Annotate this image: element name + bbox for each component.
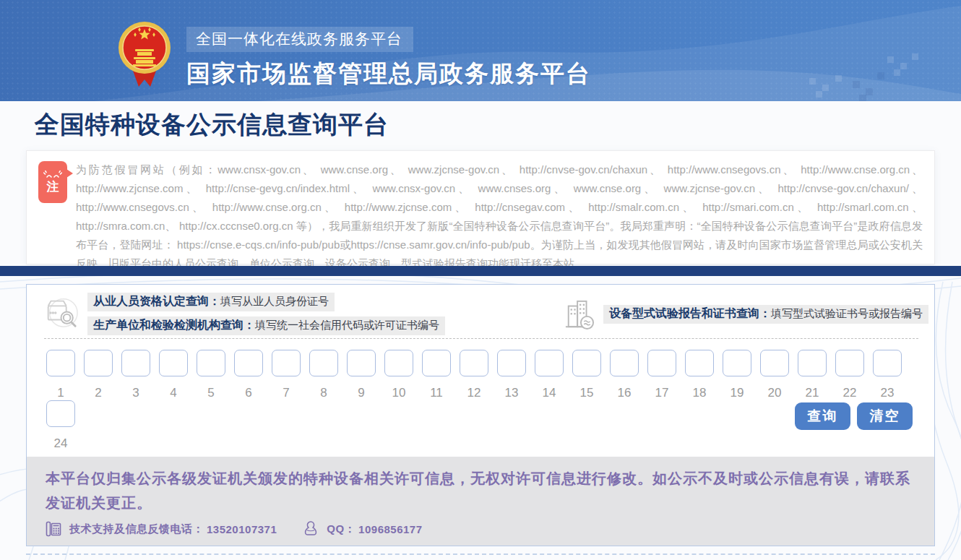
disclaimer-text: 本平台仅归集公示各级发证机关颁发的特种设备相关许可信息，无权对许可信息进行修改。…	[46, 466, 915, 515]
code-cell: 11	[422, 350, 451, 400]
code-input-1[interactable]	[46, 350, 75, 376]
code-cell: 21	[798, 350, 827, 400]
anti-fake-notice-card: 注 为防范假冒网站（例如：www.cnsx-gov.cn、 www.cnse.o…	[26, 150, 935, 264]
device-query-label: 设备型式试验报告和证书查询：	[609, 307, 771, 319]
code-input-23[interactable]	[873, 350, 902, 376]
query-type-left: 从业人员资格认定查询：填写从业人员身份证号 生产单位和检验检测机构查询：填写统一…	[43, 293, 445, 340]
phone-number: 13520107371	[207, 523, 277, 535]
code-input-20[interactable]	[760, 350, 789, 376]
phone-icon	[46, 520, 61, 538]
national-platform-tag: 全国一体化在线政务服务平台	[186, 27, 413, 52]
code-input-15[interactable]	[572, 350, 601, 376]
code-cell: 23	[873, 350, 902, 400]
page-title: 全国特种设备公示信息查询平台	[35, 108, 389, 142]
code-cell: 15	[572, 350, 601, 400]
phone-label: 技术支持及信息反馈电话：	[69, 522, 204, 536]
code-box-number: 2	[84, 386, 113, 400]
code-box-number: 11	[422, 386, 451, 400]
clear-button[interactable]: 清空	[857, 402, 913, 430]
code-box-number: 12	[460, 386, 488, 400]
code-cell: 12	[460, 350, 488, 400]
code-cell: 13	[497, 350, 526, 400]
code-box-number: 18	[685, 386, 714, 400]
code-input-4[interactable]	[159, 350, 188, 376]
code-box-number: 20	[760, 386, 789, 400]
code-input-6[interactable]	[234, 350, 263, 376]
code-box-number: 19	[723, 386, 751, 400]
unit-query-hint: 填写统一社会信用代码或许可证书编号	[255, 319, 439, 331]
qq-label: QQ：	[327, 522, 355, 536]
code-cell: 2	[84, 350, 113, 400]
code-input-12[interactable]	[460, 350, 488, 376]
code-input-2[interactable]	[84, 350, 113, 376]
building-report-icon	[564, 298, 595, 331]
site-header: 全国一体化在线政务服务平台 国家市场监督管理总局政务服务平台	[0, 0, 961, 101]
code-input-11[interactable]	[422, 350, 451, 376]
code-box-number: 6	[234, 386, 263, 400]
bottom-dashed-line	[26, 553, 935, 555]
dashed-divider	[44, 338, 918, 339]
device-query-line: 设备型式试验报告和证书查询：填写型式试验证书号或报告编号	[603, 305, 928, 324]
code-cell: 24	[46, 400, 75, 451]
code-cell: 9	[347, 350, 376, 400]
code-box-row-2: 24	[46, 400, 84, 451]
query-type-left-lines: 从业人员资格认定查询：填写从业人员身份证号 生产单位和检验检测机构查询：填写统一…	[87, 293, 445, 340]
code-cell: 16	[610, 350, 639, 400]
code-box-number: 16	[610, 386, 639, 400]
code-box-number: 15	[572, 386, 601, 400]
qq-group: QQ： 1096856177	[303, 520, 422, 538]
person-query-hint: 填写从业人员身份证号	[220, 295, 329, 307]
code-box-number: 13	[497, 386, 526, 400]
code-input-7[interactable]	[272, 350, 301, 376]
code-cell: 22	[835, 350, 864, 400]
code-box-number: 8	[309, 386, 338, 400]
header-text-block: 全国一体化在线政务服务平台 国家市场监督管理总局政务服务平台	[186, 27, 591, 90]
panel-footer: 本平台仅归集公示各级发证机关颁发的特种设备相关许可信息，无权对许可信息进行修改。…	[27, 457, 934, 546]
code-input-13[interactable]	[497, 350, 526, 376]
code-box-number: 7	[272, 386, 301, 400]
site-title: 国家市场监督管理总局政务服务平台	[186, 58, 591, 90]
code-box-number: 4	[159, 386, 188, 400]
code-cell: 19	[723, 350, 751, 400]
device-query-hint: 填写型式试验证书号或报告编号	[771, 307, 923, 319]
code-input-19[interactable]	[723, 350, 751, 376]
note-badge-label: 注	[47, 180, 59, 194]
person-query-line: 从业人员资格认定查询：填写从业人员身份证号	[87, 293, 335, 311]
query-type-right: 设备型式试验报告和证书查询：填写型式试验证书号或报告编号	[564, 298, 928, 331]
code-input-17[interactable]	[647, 350, 676, 376]
code-cell: 18	[685, 350, 714, 400]
code-cell: 5	[197, 350, 225, 400]
code-box-number: 1	[46, 386, 75, 400]
code-input-18[interactable]	[685, 350, 714, 376]
code-box-number: 10	[384, 386, 413, 400]
code-box-number: 23	[873, 386, 902, 400]
code-input-21[interactable]	[798, 350, 827, 376]
action-buttons: 查询 清空	[795, 402, 913, 430]
code-input-8[interactable]	[309, 350, 338, 376]
code-cell: 17	[647, 350, 676, 400]
code-input-9[interactable]	[347, 350, 376, 376]
page: 全国一体化在线政务服务平台 国家市场监督管理总局政务服务平台 全国特种设备公示信…	[0, 0, 961, 560]
qq-number: 1096856177	[358, 523, 422, 535]
code-input-16[interactable]	[610, 350, 639, 376]
code-cell: 14	[535, 350, 564, 400]
note-face-icon	[43, 170, 62, 180]
code-input-3[interactable]	[121, 350, 150, 376]
search-button[interactable]: 查询	[795, 402, 850, 430]
code-cell: 1	[46, 350, 75, 400]
contact-row: 技术支持及信息反馈电话： 13520107371 QQ： 1096856177	[46, 520, 915, 538]
code-input-10[interactable]	[384, 350, 413, 376]
code-cell: 3	[121, 350, 150, 400]
unit-query-label: 生产单位和检验检测机构查询：	[93, 319, 255, 331]
code-input-5[interactable]	[197, 350, 225, 376]
code-box-number: 5	[197, 386, 225, 400]
code-box-number: 3	[121, 386, 150, 400]
code-box-number: 24	[46, 436, 75, 451]
code-input-22[interactable]	[835, 350, 864, 376]
unit-query-line: 生产单位和检验检测机构查询：填写统一社会信用代码或许可证书编号	[87, 316, 445, 335]
code-box-row-1: 1234567891011121314151617181920212223	[46, 350, 910, 400]
code-input-14[interactable]	[535, 350, 564, 376]
code-input-24[interactable]	[46, 400, 75, 427]
note-badge: 注	[38, 161, 67, 203]
code-box-number: 21	[798, 386, 827, 400]
